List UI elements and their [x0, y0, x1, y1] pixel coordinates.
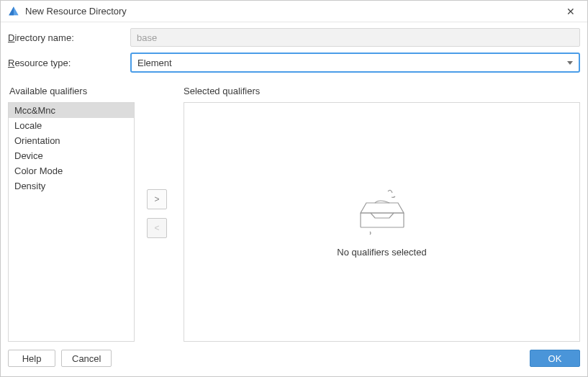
empty-text: No qualifiers selected — [337, 247, 426, 258]
available-qualifier-item[interactable]: Orientation — [9, 133, 134, 148]
selected-qualifiers-heading: Selected qualifiers — [184, 86, 580, 96]
move-buttons-column: > < — [135, 86, 179, 342]
available-qualifiers-list[interactable]: Mcc&MncLocaleOrientationDeviceColor Mode… — [8, 102, 135, 342]
available-qualifiers-heading: Available qualifiers — [8, 86, 135, 96]
dialog-new-resource-directory: New Resource Directory ✕ Directory name:… — [0, 0, 588, 377]
help-button[interactable]: Help — [8, 350, 55, 367]
selected-qualifiers-column: Selected qualifiers — [184, 86, 580, 342]
selected-qualifiers-box: No qualifiers selected — [184, 102, 580, 342]
row-resource-type: Resource type: Element — [8, 53, 580, 73]
label-resource-type: Resource type: — [8, 58, 130, 68]
cancel-button[interactable]: Cancel — [61, 350, 112, 367]
svg-rect-1 — [361, 213, 404, 227]
label-directory-name: Directory name: — [8, 32, 130, 43]
remove-qualifier-button: < — [147, 218, 167, 238]
available-qualifier-item[interactable]: Mcc&Mnc — [9, 103, 134, 118]
ok-button[interactable]: OK — [530, 350, 580, 367]
directory-name-input[interactable] — [130, 28, 580, 47]
qualifiers-area: Available qualifiers Mcc&MncLocaleOrient… — [8, 86, 580, 342]
close-button[interactable]: ✕ — [560, 6, 582, 17]
dialog-title: New Resource Directory — [25, 6, 560, 17]
row-directory-name: Directory name: — [8, 28, 580, 47]
app-icon — [8, 6, 19, 17]
titlebar: New Resource Directory ✕ — [1, 1, 587, 22]
empty-inbox-icon — [353, 187, 411, 240]
available-qualifiers-column: Available qualifiers Mcc&MncLocaleOrient… — [8, 86, 135, 342]
svg-marker-0 — [361, 203, 404, 213]
chevron-down-icon — [567, 61, 573, 65]
add-qualifier-button[interactable]: > — [147, 189, 167, 209]
content-area: Directory name: Resource type: Element A… — [1, 22, 587, 376]
available-qualifier-item[interactable]: Device — [9, 148, 134, 163]
resource-type-select[interactable]: Element — [130, 53, 580, 73]
footer-button-row: Help Cancel OK — [8, 348, 580, 369]
available-qualifier-item[interactable]: Locale — [9, 118, 134, 133]
available-qualifier-item[interactable]: Color Mode — [9, 163, 134, 178]
resource-type-value: Element — [137, 58, 567, 68]
available-qualifier-item[interactable]: Density — [9, 178, 134, 194]
